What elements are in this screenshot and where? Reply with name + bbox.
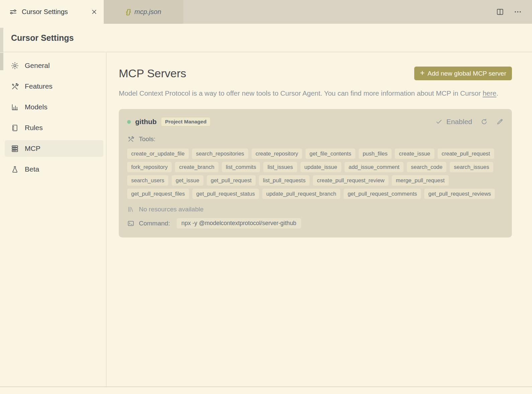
page-title: Cursor Settings [11,33,74,43]
tool-tag: get_file_contents [305,149,355,159]
sidebar-item-beta[interactable]: Beta [5,161,103,178]
tool-tag: list_pull_requests [259,175,310,186]
mcp-settings-panel: MCP Servers + Add new global MCP server … [106,53,532,386]
add-button-label: Add new global MCP server [428,70,506,77]
tool-tag: get_pull_request [207,175,256,186]
sidebar-item-general[interactable]: General [5,57,103,74]
sidebar-item-label: Features [25,82,53,90]
sidebar-item-label: General [25,62,50,70]
check-icon [435,118,443,125]
tools-icon [127,135,135,143]
tool-tag: create_repository [252,149,302,159]
more-actions-icon[interactable] [514,8,522,16]
tool-tag: push_files [359,149,391,159]
tools-icon [11,82,19,91]
tool-tag: get_pull_request_reviews [424,189,495,199]
notebook-icon [11,124,19,132]
sidebar-item-label: Rules [25,124,43,132]
tab-label: mcp.json [135,8,161,16]
description-period: . [496,89,498,97]
tool-tag: get_pull_request_status [192,189,259,199]
enabled-toggle[interactable]: Enabled [435,118,472,126]
tool-tag: add_issue_comment [345,162,404,172]
close-icon[interactable] [91,8,98,15]
tool-tag: list_commits [222,162,260,172]
sidebar-item-mcp[interactable]: MCP [5,140,103,157]
refresh-icon[interactable] [480,118,488,125]
gear-icon [11,62,19,70]
tool-tag: get_pull_request_files [127,189,189,199]
tool-tag: fork_repository [127,162,172,172]
plus-icon: + [420,69,424,77]
tool-tag: create_pull_request [438,149,494,159]
tool-tag: create_or_update_file [127,149,189,159]
split-editor-icon[interactable] [496,8,504,16]
flask-icon [11,165,19,174]
mcp-description: Model Context Protocol is a way to offer… [119,87,510,99]
tool-tag: get_issue [172,175,203,186]
sidebar-item-label: Models [25,103,48,111]
tool-tag: merge_pull_request [392,175,449,186]
tools-label: Tools: [139,135,156,143]
tool-tag: search_issues [450,162,493,172]
sidebar-item-label: Beta [25,165,39,173]
tab-label: Cursor Settings [22,8,68,16]
editor-tab-bar: Cursor Settings {} mcp.json [0,0,532,24]
project-managed-badge: Project Managed [161,117,210,126]
tab-bar-left-pad [0,0,3,24]
sidebar-item-models[interactable]: Models [5,99,103,115]
sidebar-item-features[interactable]: Features [5,78,103,95]
tool-tag: get_pull_request_comments [344,189,421,199]
tab-mcp-json[interactable]: {} mcp.json [104,0,183,24]
bar-chart-icon [11,103,19,111]
server-stack-icon [11,144,19,153]
add-global-mcp-server-button[interactable]: + Add new global MCP server [414,67,512,80]
resources-text: No resources available [139,206,203,213]
settings-sidebar: General Features Models Rules [0,53,106,386]
tab-cursor-settings[interactable]: Cursor Settings [3,0,104,24]
settings-page-header: Cursor Settings [0,24,532,52]
tool-tag: create_issue [395,149,434,159]
tool-tag: search_code [407,162,446,172]
sidebar-item-rules[interactable]: Rules [5,119,103,136]
resources-books-icon [127,206,135,213]
tool-tag: update_issue [300,162,341,172]
tab-bar-actions [496,0,532,24]
enabled-label: Enabled [446,118,472,126]
description-text: Model Context Protocol is a way to offer… [119,89,482,97]
terminal-icon [127,220,135,227]
tool-tag: create_pull_request_review [313,175,388,186]
mcp-server-card-github: github Project Managed Enabled [119,109,512,237]
json-braces-icon: {} [126,8,131,16]
left-edge-sliver-bottom [0,53,3,70]
command-label: Command: [139,220,170,227]
edit-pencil-icon[interactable] [496,118,504,125]
tool-tag: search_users [127,175,168,186]
command-value: npx -y @modelcontextprotocol/server-gith… [177,218,301,228]
server-status-dot [127,120,131,124]
section-title: MCP Servers [119,67,186,80]
left-edge-sliver-top [0,28,3,53]
tool-tag: update_pull_request_branch [262,189,340,199]
sidebar-item-label: MCP [25,144,40,153]
here-link[interactable]: here [482,89,496,97]
sliders-icon [9,8,17,16]
tool-tag: search_repositories [192,149,248,159]
tool-tag: list_issues [263,162,297,172]
tool-tag-list: create_or_update_file search_repositorie… [127,149,504,199]
tool-tag: create_branch [175,162,218,172]
bottom-strip [0,387,532,394]
server-name: github [135,118,157,126]
